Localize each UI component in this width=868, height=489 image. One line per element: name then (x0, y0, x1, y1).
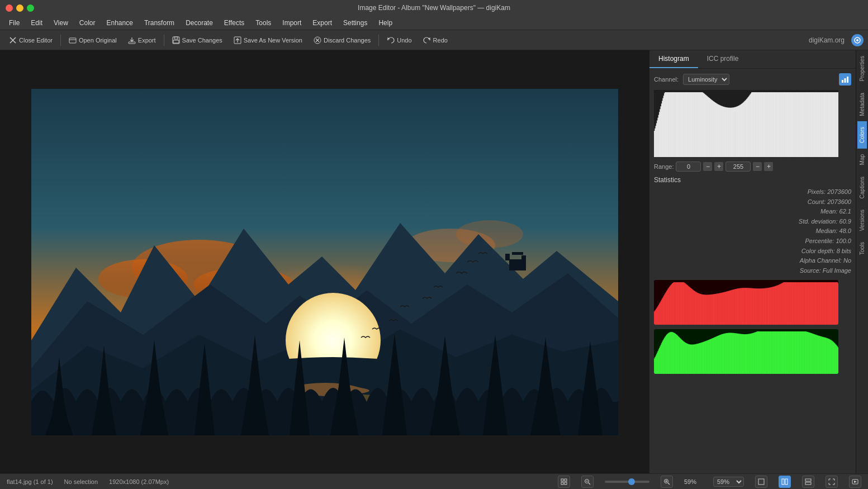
image-scene (31, 89, 618, 435)
statusbar: flat14.jpg (1 of 1) No selection 1920x10… (0, 473, 868, 489)
redo-button[interactable]: Redo (419, 35, 452, 46)
menu-view[interactable]: View (49, 17, 73, 29)
slideshow-button[interactable] (849, 476, 861, 488)
maximize-button[interactable] (27, 4, 34, 12)
close-editor-button[interactable]: Close Editor (4, 35, 57, 46)
undo-button[interactable]: Undo (382, 35, 416, 46)
menu-tools[interactable]: Tools (251, 17, 276, 29)
side-tab-captions[interactable]: Captions (857, 171, 867, 204)
side-tab-metadata[interactable]: Metadata (857, 87, 867, 122)
canvas-area[interactable] (0, 50, 649, 473)
side-tab-colors[interactable]: Colors (857, 121, 867, 149)
menu-export[interactable]: Export (308, 17, 336, 29)
range-max-decrease[interactable]: − (753, 162, 762, 171)
save-version-icon (234, 36, 241, 44)
range-max-input[interactable] (725, 162, 751, 172)
status-filename: flat14.jpg (1 of 1) (7, 478, 53, 485)
svg-point-8 (856, 39, 858, 41)
main-area: Histogram ICC profile Channel: Luminosit… (0, 50, 868, 473)
svg-rect-41 (842, 80, 843, 83)
stat-count: Count: 2073600 (654, 197, 851, 207)
open-original-icon (69, 36, 77, 44)
close-button[interactable] (6, 4, 13, 12)
zoom-out-button[interactable] (581, 476, 594, 488)
status-selection: No selection (64, 478, 98, 485)
view-compare-button[interactable] (802, 476, 814, 488)
view-single-button[interactable] (755, 476, 767, 488)
zoom-select[interactable]: 59% 25% 50% 75% 100% (713, 477, 744, 487)
discard-changes-button[interactable]: Discard Changes (309, 35, 375, 46)
svg-rect-18 (505, 254, 510, 260)
channel-label: Channel: (654, 76, 679, 83)
svg-rect-57 (785, 479, 788, 485)
status-dimensions: 1920x1080 (2.07Mpx) (109, 478, 169, 485)
toolbar-separator (60, 35, 61, 46)
close-editor-icon (9, 36, 17, 44)
menu-help[interactable]: Help (374, 17, 397, 29)
stat-source: Source: Full Image (654, 266, 851, 276)
range-min-input[interactable] (676, 162, 701, 172)
tab-histogram[interactable]: Histogram (649, 50, 698, 68)
menu-decorate[interactable]: Decorate (181, 17, 217, 29)
view-grid-button[interactable] (779, 476, 791, 488)
menu-enhance[interactable]: Enhance (102, 17, 137, 29)
side-tab-versions[interactable]: Versions (857, 204, 867, 236)
menubar: File Edit View Color Enhance Transform D… (0, 16, 868, 30)
histogram-blue (654, 378, 838, 423)
svg-rect-42 (845, 78, 846, 83)
save-changes-button[interactable]: Save Changes (168, 35, 227, 46)
range-min-increase[interactable]: + (714, 162, 723, 171)
channel-row: Channel: Luminosity (654, 73, 851, 86)
svg-rect-43 (847, 77, 848, 83)
digikam-url: digiKam.org (809, 36, 845, 44)
menu-transform[interactable]: Transform (140, 17, 179, 29)
discard-icon (314, 36, 321, 44)
fit-view-button[interactable] (558, 476, 570, 488)
svg-rect-55 (758, 479, 764, 485)
side-tab-tools[interactable]: Tools (857, 236, 867, 260)
minimize-button[interactable] (16, 4, 23, 12)
toolbar: Close Editor Open Original Export Save C… (0, 30, 868, 50)
svg-rect-0 (69, 38, 76, 43)
zoom-slider[interactable] (605, 481, 649, 483)
stat-alpha-channel: Alpha Channel: No (654, 256, 851, 266)
svg-rect-46 (561, 482, 563, 485)
menu-import[interactable]: Import (278, 17, 306, 29)
zoom-percentage: 59% (684, 478, 702, 485)
stat-mean: Mean: 62.1 (654, 207, 851, 217)
zoom-thumb[interactable] (628, 478, 635, 485)
menu-effects[interactable]: Effects (220, 17, 249, 29)
view-fullscreen-button[interactable] (826, 476, 838, 488)
export-button[interactable]: Export (124, 35, 160, 46)
titlebar: Image Editor - Album "New Wallpapers" — … (0, 0, 868, 16)
histogram-section: Channel: Luminosity Range: − + − (649, 69, 856, 473)
svg-rect-47 (565, 482, 567, 485)
svg-line-52 (668, 483, 670, 485)
statistics-section: Statistics Pixels: 2073600 Count: 207360… (654, 176, 851, 276)
menu-edit[interactable]: Edit (26, 17, 47, 29)
menu-file[interactable]: File (4, 17, 24, 29)
channel-select[interactable]: Luminosity (683, 74, 729, 85)
side-tabs: Properties Metadata Colors Map Captions … (856, 50, 868, 473)
digikam-logo-icon (851, 34, 864, 46)
histogram-red (654, 280, 838, 325)
stat-pixels: Pixels: 2073600 (654, 187, 851, 197)
svg-point-15 (456, 220, 523, 248)
menu-color[interactable]: Color (75, 17, 100, 29)
menu-settings[interactable]: Settings (339, 17, 372, 29)
svg-rect-56 (782, 479, 784, 485)
svg-rect-58 (805, 479, 811, 481)
side-tab-properties[interactable]: Properties (857, 50, 867, 87)
save-new-version-button[interactable]: Save As New Version (229, 35, 307, 46)
svg-line-49 (589, 483, 590, 485)
toolbar-separator-3 (378, 35, 379, 46)
zoom-in-button[interactable] (661, 476, 673, 488)
open-original-button[interactable]: Open Original (64, 35, 121, 46)
range-max-increase[interactable]: + (764, 162, 773, 171)
range-min-decrease[interactable]: − (703, 162, 712, 171)
stat-stddev: Std. deviation: 60.9 (654, 217, 851, 227)
histogram-display-icon[interactable] (839, 73, 851, 86)
tab-icc-profile[interactable]: ICC profile (698, 50, 748, 68)
side-tab-map[interactable]: Map (857, 149, 867, 170)
zoom-control (605, 481, 649, 483)
